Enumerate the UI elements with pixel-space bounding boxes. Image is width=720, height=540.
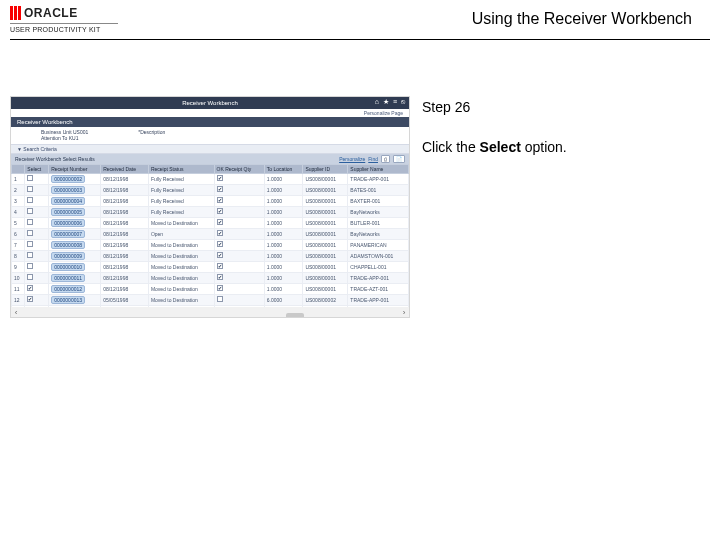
table-row[interactable]: 1000000000208/12/1998Fully Received1.000…: [12, 173, 409, 184]
ok-checkbox[interactable]: [217, 285, 223, 291]
select-checkbox[interactable]: [27, 175, 33, 181]
receipt-link[interactable]: 0000000016: [51, 318, 85, 319]
h-scrollbar[interactable]: ‹ ›: [11, 307, 409, 317]
receipt-link[interactable]: 0000000006: [51, 219, 85, 227]
receipt-link[interactable]: 0000000002: [51, 175, 85, 183]
col-n[interactable]: [12, 164, 25, 173]
col-Supplier Name[interactable]: Supplier Name: [348, 164, 409, 173]
scroll-right-icon[interactable]: ›: [399, 308, 409, 317]
menu-icon[interactable]: ≡: [393, 98, 397, 106]
table-row[interactable]: 12000000001305/05/1998Moved to Destinati…: [12, 294, 409, 305]
table-row[interactable]: 10000000001108/12/1998Moved to Destinati…: [12, 272, 409, 283]
topbar-title: Receiver Workbench: [182, 100, 238, 106]
find-link[interactable]: Find: [368, 156, 378, 162]
col-Receipt Status[interactable]: Receipt Status: [148, 164, 214, 173]
section-band: Receiver Workbench: [11, 117, 409, 127]
select-checkbox[interactable]: [27, 219, 33, 225]
col-OK Receipt Qty[interactable]: OK Receipt Qty: [214, 164, 264, 173]
select-checkbox[interactable]: [27, 296, 33, 302]
logo-subline: USER PRODUCTIVITY KIT: [10, 23, 118, 33]
ok-checkbox[interactable]: [217, 263, 223, 269]
grid-title: Receiver Workbench Select Results: [15, 156, 95, 162]
home-icon[interactable]: ⌂: [375, 98, 379, 106]
ok-checkbox[interactable]: [217, 241, 223, 247]
ok-checkbox[interactable]: [217, 296, 223, 302]
table-row[interactable]: 11000000001208/12/1998Moved to Destinati…: [12, 283, 409, 294]
select-checkbox[interactable]: [27, 285, 33, 291]
table-row[interactable]: 9000000001008/12/1998Moved to Destinatio…: [12, 261, 409, 272]
screenshot-panel: Receiver Workbench ⌂ ★ ≡ ⎋ Personalize P…: [10, 96, 410, 318]
step-panel: Step 26 Click the Select option.: [422, 96, 567, 318]
select-checkbox[interactable]: [27, 252, 33, 258]
star-icon[interactable]: ★: [383, 98, 389, 106]
step-bold: Select: [480, 139, 521, 155]
ok-checkbox[interactable]: [217, 230, 223, 236]
meta-block: Business Unit US001Attention To KU1 *Des…: [11, 127, 409, 144]
logo-word: ORACLE: [24, 6, 78, 20]
grid-header-bar: Receiver Workbench Select Results Person…: [11, 154, 409, 164]
select-checkbox[interactable]: [27, 208, 33, 214]
select-checkbox[interactable]: [27, 186, 33, 192]
receipt-link[interactable]: 0000000004: [51, 197, 85, 205]
ok-checkbox[interactable]: [217, 208, 223, 214]
ok-checkbox[interactable]: [217, 219, 223, 225]
ok-checkbox[interactable]: [217, 197, 223, 203]
personalize-link[interactable]: Personalize: [339, 156, 365, 162]
col-Received Date[interactable]: Received Date: [101, 164, 149, 173]
table-row[interactable]: 7000000000808/12/1998Moved to Destinatio…: [12, 239, 409, 250]
step-instruction: Click the Select option.: [422, 136, 567, 158]
receipt-link[interactable]: 0000000008: [51, 241, 85, 249]
table-row[interactable]: 5000000000608/12/1998Moved to Destinatio…: [12, 217, 409, 228]
oracle-logo: ORACLE USER PRODUCTIVITY KIT: [10, 6, 120, 33]
page-title: Using the Receiver Workbench: [120, 6, 710, 28]
receipt-link[interactable]: 0000000012: [51, 285, 85, 293]
search-criteria[interactable]: ▼ Search Criteria: [11, 144, 409, 154]
breadcrumb[interactable]: Personalize Page: [11, 109, 409, 117]
col-Select[interactable]: Select: [25, 164, 49, 173]
select-checkbox[interactable]: [27, 274, 33, 280]
results-grid: SelectReceipt NumberReceived DateReceipt…: [11, 164, 409, 319]
col-Receipt Number[interactable]: Receipt Number: [49, 164, 101, 173]
select-checkbox[interactable]: [27, 197, 33, 203]
receipt-link[interactable]: 0000000011: [51, 274, 85, 282]
scroll-left-icon[interactable]: ‹: [11, 308, 21, 317]
receipt-link[interactable]: 0000000005: [51, 208, 85, 216]
ok-checkbox[interactable]: [217, 252, 223, 258]
receipt-link[interactable]: 0000000009: [51, 252, 85, 260]
col-Supplier ID[interactable]: Supplier ID: [303, 164, 348, 173]
ok-checkbox[interactable]: [217, 175, 223, 181]
ok-checkbox[interactable]: [217, 186, 223, 192]
select-checkbox[interactable]: [27, 263, 33, 269]
receipt-link[interactable]: 0000000010: [51, 263, 85, 271]
ok-checkbox[interactable]: [217, 274, 223, 280]
receipt-link[interactable]: 0000000003: [51, 186, 85, 194]
table-row[interactable]: 3000000000408/12/1998Fully Received1.000…: [12, 195, 409, 206]
receipt-link[interactable]: 0000000013: [51, 296, 85, 304]
table-row[interactable]: 2000000000308/12/1998Fully Received1.000…: [12, 184, 409, 195]
select-checkbox[interactable]: [27, 241, 33, 247]
step-number: Step 26: [422, 96, 567, 118]
col-To Location[interactable]: To Location: [264, 164, 303, 173]
receipt-link[interactable]: 0000000007: [51, 230, 85, 238]
grid-icon-1[interactable]: ⎙: [381, 155, 390, 163]
app-topbar: Receiver Workbench ⌂ ★ ≡ ⎋: [11, 97, 409, 109]
table-row[interactable]: 8000000000908/12/1998Moved to Destinatio…: [12, 250, 409, 261]
logout-icon[interactable]: ⎋: [401, 98, 405, 106]
table-row[interactable]: 4000000000508/12/1998Fully Received1.000…: [12, 206, 409, 217]
table-row[interactable]: 6000000000708/12/1998Open1.0000US008/000…: [12, 228, 409, 239]
select-checkbox[interactable]: [27, 230, 33, 236]
grid-icon-2[interactable]: 📄: [393, 155, 405, 163]
